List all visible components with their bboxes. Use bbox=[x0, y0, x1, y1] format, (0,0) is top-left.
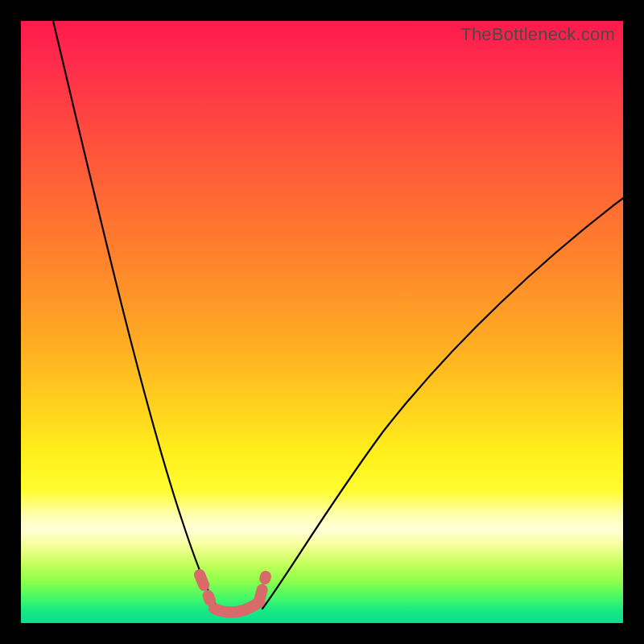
plot-area: TheBottleneck.com bbox=[21, 21, 623, 623]
curve-right-branch bbox=[262, 198, 623, 609]
trough-marker-right bbox=[259, 576, 266, 601]
chart-frame: TheBottleneck.com bbox=[0, 0, 644, 644]
trough-marker-bottom bbox=[214, 602, 259, 613]
curve-layer bbox=[21, 21, 623, 623]
curve-left-branch bbox=[53, 21, 218, 609]
trough-marker-left bbox=[200, 575, 210, 601]
